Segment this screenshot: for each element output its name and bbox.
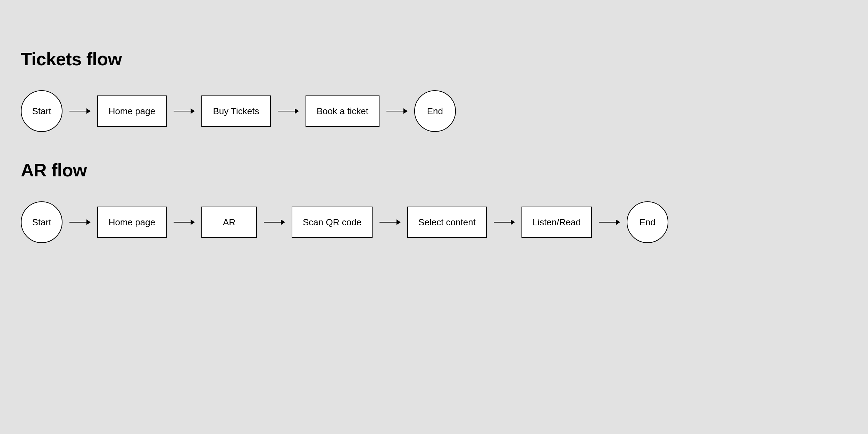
tickets-homepage-label: Home page bbox=[109, 106, 155, 117]
ar-ar-node: AR bbox=[201, 207, 257, 238]
ar-select-node: Select content bbox=[407, 207, 487, 238]
arrow-3 bbox=[278, 111, 299, 111]
ar-arrow-line-4 bbox=[379, 222, 400, 223]
canvas: Tickets flow Start Home page Buy Tickets bbox=[0, 0, 868, 434]
ar-start-label: Start bbox=[32, 217, 51, 228]
tickets-end-node: End bbox=[414, 90, 456, 132]
tickets-homepage-node: Home page bbox=[97, 95, 167, 127]
ar-arrow-1 bbox=[69, 222, 90, 223]
tickets-buy-label: Buy Tickets bbox=[213, 106, 259, 117]
arrow-1 bbox=[69, 111, 90, 111]
ar-arrow-line-3 bbox=[264, 222, 285, 223]
ar-ar-label: AR bbox=[223, 217, 235, 228]
ar-scan-node: Scan QR code bbox=[292, 207, 373, 238]
ar-arrow-4 bbox=[379, 222, 400, 223]
tickets-start-label: Start bbox=[32, 106, 51, 117]
tickets-book-label: Book a ticket bbox=[317, 106, 368, 117]
ar-listen-label: Listen/Read bbox=[533, 217, 581, 228]
tickets-buy-node: Buy Tickets bbox=[201, 95, 271, 127]
ar-arrow-line-5 bbox=[494, 222, 515, 223]
arrow-line-3 bbox=[278, 111, 299, 111]
ar-arrow-line-1 bbox=[69, 222, 90, 223]
tickets-start-node: Start bbox=[21, 90, 62, 132]
ar-arrow-line-6 bbox=[599, 222, 620, 223]
ar-arrow-6 bbox=[599, 222, 620, 223]
arrow-line-4 bbox=[386, 111, 407, 111]
tickets-end-label: End bbox=[427, 106, 443, 117]
ar-start-node: Start bbox=[21, 201, 62, 243]
tickets-flow-section: Tickets flow Start Home page Buy Tickets bbox=[21, 49, 847, 132]
arrow-line-1 bbox=[69, 111, 90, 111]
ar-homepage-node: Home page bbox=[97, 207, 167, 238]
ar-flow-title: AR flow bbox=[21, 160, 847, 181]
ar-homepage-label: Home page bbox=[109, 217, 155, 228]
ar-arrow-line-2 bbox=[174, 222, 194, 223]
ar-arrow-3 bbox=[264, 222, 285, 223]
tickets-flow-title: Tickets flow bbox=[21, 49, 847, 69]
ar-listen-node: Listen/Read bbox=[521, 207, 592, 238]
arrow-line-2 bbox=[174, 111, 194, 111]
ar-flow-section: AR flow Start Home page AR Scan QR cod bbox=[21, 160, 847, 243]
ar-arrow-5 bbox=[494, 222, 515, 223]
arrow-4 bbox=[386, 111, 407, 111]
tickets-book-node: Book a ticket bbox=[306, 95, 379, 127]
ar-end-node: End bbox=[627, 201, 668, 243]
tickets-flow-row: Start Home page Buy Tickets Book a ticke… bbox=[21, 90, 847, 132]
arrow-2 bbox=[174, 111, 194, 111]
ar-end-label: End bbox=[640, 217, 656, 228]
ar-scan-label: Scan QR code bbox=[303, 217, 361, 228]
ar-flow-row: Start Home page AR Scan QR code bbox=[21, 201, 847, 243]
ar-select-label: Select content bbox=[418, 217, 476, 228]
ar-arrow-2 bbox=[174, 222, 194, 223]
